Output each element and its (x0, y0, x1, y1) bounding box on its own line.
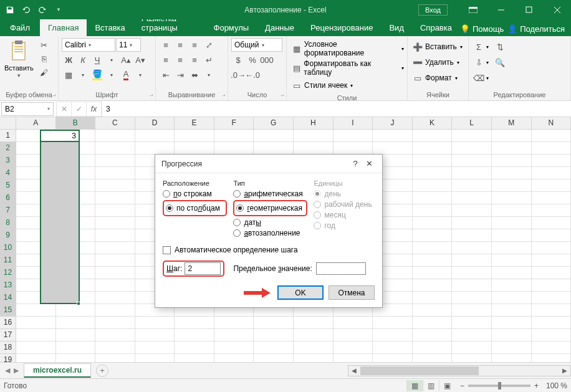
row-header[interactable]: 17 (0, 329, 16, 342)
merge-dd[interactable]: ▾ (202, 68, 216, 82)
redo-icon[interactable] (35, 2, 50, 17)
row-header[interactable]: 14 (0, 292, 16, 304)
align-right-icon[interactable]: ≡ (188, 53, 201, 67)
row-header[interactable]: 3 (0, 155, 16, 167)
tab-insert[interactable]: Вставка (87, 19, 133, 36)
tab-help[interactable]: Справка (412, 19, 460, 36)
col-header[interactable]: E (175, 117, 214, 130)
col-header[interactable]: M (492, 117, 532, 130)
font-dd[interactable]: ▾ (105, 53, 118, 67)
col-header[interactable]: H (294, 117, 333, 130)
row-header[interactable]: 8 (0, 217, 16, 229)
step-input[interactable] (185, 262, 221, 275)
row-header[interactable]: 12 (0, 267, 16, 279)
fontcolor-dd[interactable]: ▾ (133, 68, 147, 82)
sheet-tab[interactable]: microexcel.ru (24, 363, 91, 378)
align-left-icon[interactable]: ≡ (159, 53, 173, 67)
sheet-next-icon[interactable]: ▶ (14, 366, 19, 375)
decrease-indent-icon[interactable]: ⇤ (159, 68, 173, 82)
row-header[interactable]: 9 (0, 229, 16, 242)
col-header[interactable]: F (214, 117, 254, 130)
sheet-prev-icon[interactable]: ◀ (5, 366, 10, 375)
tell-me[interactable]: 💡Помощь (460, 24, 504, 34)
cancel-formula-icon[interactable]: ✕ (57, 102, 72, 116)
row-headers[interactable]: 12345678910111213141516171819 (0, 130, 16, 366)
borders-icon[interactable]: ▦ (62, 68, 75, 82)
ribbon-options-icon[interactable] (459, 1, 487, 19)
radio-arithmetic[interactable]: арифметическая (233, 189, 307, 198)
align-middle-icon[interactable]: ≡ (173, 38, 187, 52)
row-header[interactable]: 2 (0, 142, 16, 155)
orientation-icon[interactable]: ⤢ (202, 38, 216, 52)
format-painter-icon[interactable]: 🖌 (37, 65, 51, 79)
col-header[interactable]: B (56, 117, 96, 130)
undo-icon[interactable] (19, 2, 34, 17)
underline-button[interactable]: Ч (90, 53, 104, 67)
limit-input[interactable] (316, 262, 366, 275)
wrap-text-icon[interactable]: ↵ (202, 53, 216, 67)
col-header[interactable]: A (16, 117, 56, 130)
radio-columns[interactable]: по столбцам (166, 204, 224, 213)
col-header[interactable]: C (95, 117, 135, 130)
minimize-icon[interactable] (487, 1, 515, 19)
row-header[interactable]: 16 (0, 317, 16, 329)
radio-autofill[interactable]: автозаполнение (233, 229, 307, 237)
fx-icon[interactable]: fx (87, 102, 102, 116)
zoom-out-icon[interactable]: − (460, 381, 464, 390)
col-header[interactable]: G (254, 117, 294, 130)
font-size[interactable]: 11▾ (116, 38, 141, 52)
tab-file[interactable]: Файл (0, 19, 40, 36)
italic-button[interactable]: К (76, 53, 90, 67)
close-icon[interactable] (543, 1, 571, 19)
tab-data[interactable]: Данные (257, 19, 302, 36)
paste-button[interactable]: Вставить ▼ (3, 38, 35, 80)
cond-format-button[interactable]: ▦Условное форматирование▾ (290, 40, 404, 57)
font-name[interactable]: Calibri▾ (62, 38, 115, 52)
percent-icon[interactable]: % (246, 53, 259, 67)
inc-decimal-icon[interactable]: .0→ (231, 68, 245, 82)
align-bottom-icon[interactable]: ≡ (188, 38, 201, 52)
col-header[interactable]: I (333, 117, 373, 130)
radio-geometric[interactable]: геометрическая (236, 204, 304, 213)
decrease-font-icon[interactable]: A▾ (133, 53, 147, 67)
zoom-level[interactable]: 100 % (546, 381, 567, 390)
column-headers[interactable]: ABCDEFGHIJKLMN (16, 117, 571, 130)
select-all-corner[interactable] (0, 117, 16, 130)
increase-font-icon[interactable]: A▴ (119, 53, 133, 67)
tab-view[interactable]: Вид (381, 19, 412, 36)
borders-dd[interactable]: ▾ (76, 68, 90, 82)
tab-formulas[interactable]: Формулы (206, 19, 257, 36)
radio-rows[interactable]: по строкам (163, 189, 227, 198)
col-header[interactable]: N (532, 117, 571, 130)
radio-dates[interactable]: даты (233, 218, 307, 227)
col-header[interactable]: D (135, 117, 175, 130)
view-break-icon[interactable]: ▣ (439, 380, 455, 391)
align-center-icon[interactable]: ≡ (173, 53, 187, 67)
name-box[interactable]: B2▾ (1, 102, 54, 116)
cells-insert-button[interactable]: ➕Вставить▾ (411, 40, 463, 54)
cells-format-button[interactable]: ▭Формат▾ (411, 71, 458, 85)
increase-indent-icon[interactable]: ⇥ (173, 68, 187, 82)
zoom-in-icon[interactable]: + (534, 381, 539, 390)
autostep-checkbox[interactable]: Автоматическое определение шага (163, 246, 375, 254)
autosum-icon[interactable]: Σ (472, 40, 486, 54)
col-header[interactable]: L (452, 117, 492, 130)
maximize-icon[interactable] (515, 1, 543, 19)
number-format[interactable]: Общий▾ (231, 38, 282, 52)
row-header[interactable]: 5 (0, 179, 16, 192)
col-header[interactable]: K (413, 117, 453, 130)
cells-delete-button[interactable]: ➖Удалить▾ (411, 55, 459, 69)
save-icon[interactable] (2, 2, 17, 17)
row-header[interactable]: 1 (0, 130, 16, 142)
add-sheet-icon[interactable]: + (96, 365, 108, 377)
signin-button[interactable]: Вход (418, 4, 448, 16)
find-icon[interactable]: 🔍 (493, 55, 507, 69)
row-header[interactable]: 7 (0, 204, 16, 217)
font-color-icon[interactable]: A (119, 68, 133, 82)
sort-filter-icon[interactable]: ⇅ (493, 40, 507, 54)
align-top-icon[interactable]: ≡ (159, 38, 173, 52)
row-header[interactable]: 13 (0, 279, 16, 292)
comma-icon[interactable]: 000 (260, 53, 274, 67)
dialog-close-icon[interactable]: ✕ (362, 159, 376, 168)
zoom-slider[interactable] (468, 385, 530, 387)
